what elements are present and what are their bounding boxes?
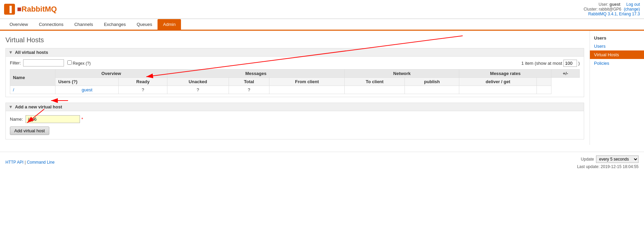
required-star: * bbox=[81, 117, 83, 122]
header: ▐ ■RabbitMQ User: guest Log out Cluster:… bbox=[0, 0, 644, 19]
toggle-icon: ▼ bbox=[9, 50, 13, 55]
vhost-name-link[interactable]: / bbox=[13, 87, 14, 92]
user-info: User: guest Log out Cluster: rabbit@GP6 … bbox=[583, 2, 640, 16]
update-row: Update every 5 seconds every 10 seconds … bbox=[577, 155, 639, 163]
filter-label: Filter: bbox=[10, 60, 21, 65]
group-messages: Messages bbox=[167, 70, 345, 78]
nav: Overview Connections Channels Exchanges … bbox=[0, 19, 644, 31]
add-vhost-section-body: Name: * Add virtual host bbox=[5, 111, 584, 139]
name-form-row: Name: * bbox=[10, 115, 580, 123]
logo: ▐ ■RabbitMQ bbox=[4, 4, 57, 15]
sidebar-item-users[interactable]: Users bbox=[590, 42, 644, 50]
vhost-publish bbox=[404, 86, 459, 94]
group-overview: Overview bbox=[55, 70, 167, 78]
col-to-client: To client bbox=[345, 78, 404, 86]
table-row: / guest ? ? ? bbox=[10, 86, 580, 94]
all-vhosts-section-header[interactable]: ▼ All virtual hosts bbox=[5, 48, 584, 57]
all-vhosts-label: All virtual hosts bbox=[15, 50, 48, 55]
update-select[interactable]: every 5 seconds every 10 seconds every 3… bbox=[596, 155, 639, 163]
footer-right: Update every 5 seconds every 10 seconds … bbox=[577, 155, 639, 169]
vhost-name-input[interactable] bbox=[26, 115, 80, 123]
vhost-users-link[interactable]: guest bbox=[82, 87, 93, 92]
filter-row: Filter: Regex (?) bbox=[10, 59, 93, 66]
vhost-action bbox=[536, 86, 551, 94]
all-vhosts-section-body: Filter: Regex (?) 1 item (show at most ) bbox=[5, 57, 584, 97]
add-vhost-section-header[interactable]: ▼ Add a new virtual host bbox=[5, 103, 584, 111]
add-toggle-icon: ▼ bbox=[9, 104, 13, 109]
sidebar: Users Users Virtual Hosts Policies bbox=[590, 31, 644, 145]
vhost-from-client bbox=[269, 86, 345, 94]
col-deliver-get: deliver / get bbox=[459, 78, 536, 86]
vhost-total: ? bbox=[229, 86, 269, 94]
nav-connections[interactable]: Connections bbox=[33, 19, 69, 30]
command-line-link[interactable]: Command Line bbox=[27, 160, 54, 165]
nav-exchanges[interactable]: Exchanges bbox=[98, 19, 131, 30]
sidebar-title: Users bbox=[590, 34, 644, 42]
vhost-unacked: ? bbox=[167, 86, 229, 94]
page-title: Virtual Hosts bbox=[5, 36, 584, 44]
col-publish: publish bbox=[404, 78, 459, 86]
regex-checkbox[interactable] bbox=[67, 60, 72, 65]
col-total: Total bbox=[229, 78, 269, 86]
add-vhost-label: Add a new virtual host bbox=[15, 104, 62, 109]
last-update: Last update: 2019-12-15 18:04:55 bbox=[577, 164, 639, 169]
col-from-client: From client bbox=[269, 78, 345, 86]
cluster-value: rabbit@GP6 bbox=[599, 7, 621, 12]
col-users: Users (?) bbox=[55, 78, 119, 86]
footer-links: HTTP API | Command Line bbox=[5, 160, 54, 165]
update-label: Update bbox=[581, 157, 594, 162]
add-vhost-section: ▼ Add a new virtual host Name: * Add vir… bbox=[5, 103, 584, 139]
cluster-label: Cluster: bbox=[583, 7, 597, 12]
vhosts-table: Name Overview Messages Network Message r… bbox=[10, 69, 580, 94]
nav-channels[interactable]: Channels bbox=[69, 19, 98, 30]
version-label: RabbitMQ 3.4.1, Erlang 17.3 bbox=[588, 12, 640, 16]
vhost-to-client bbox=[345, 86, 404, 94]
http-api-link[interactable]: HTTP API bbox=[5, 160, 23, 165]
col-add-remove: +/- bbox=[551, 70, 580, 78]
nav-overview[interactable]: Overview bbox=[4, 19, 33, 30]
cluster-change-link[interactable]: (change) bbox=[624, 7, 640, 12]
footer: HTTP API | Command Line Update every 5 s… bbox=[0, 152, 644, 172]
vhost-ready: ? bbox=[119, 86, 167, 94]
content-area: Virtual Hosts ▼ All virtual hosts Filter… bbox=[0, 31, 590, 145]
add-vhost-button[interactable]: Add virtual host bbox=[10, 126, 49, 135]
nav-admin[interactable]: Admin bbox=[158, 19, 181, 30]
user-label: User: bbox=[599, 2, 609, 7]
regex-label: Regex (?) bbox=[67, 60, 91, 66]
vhost-deliver-get bbox=[459, 86, 536, 94]
sidebar-item-policies[interactable]: Policies bbox=[590, 59, 644, 68]
logo-icon: ▐ bbox=[4, 4, 15, 15]
logout-link[interactable]: Log out bbox=[626, 2, 640, 7]
username: guest bbox=[610, 2, 621, 7]
col-unacked: Unacked bbox=[167, 78, 229, 86]
col-ready: Ready bbox=[119, 78, 167, 86]
item-count: 1 item (show at most ) bbox=[521, 60, 580, 67]
col-empty bbox=[536, 78, 551, 86]
col-name: Name bbox=[10, 70, 55, 86]
group-network: Network bbox=[345, 70, 459, 78]
sidebar-item-virtual-hosts[interactable]: Virtual Hosts bbox=[590, 50, 644, 59]
group-message-rates: Message rates bbox=[459, 70, 551, 78]
logo-text: ■RabbitMQ bbox=[17, 5, 57, 14]
item-count-max-input[interactable] bbox=[563, 60, 577, 67]
filter-input[interactable] bbox=[23, 59, 64, 66]
main-layout: Virtual Hosts ▼ All virtual hosts Filter… bbox=[0, 31, 644, 145]
name-form-label: Name: bbox=[10, 117, 23, 122]
nav-queues[interactable]: Queues bbox=[131, 19, 158, 30]
